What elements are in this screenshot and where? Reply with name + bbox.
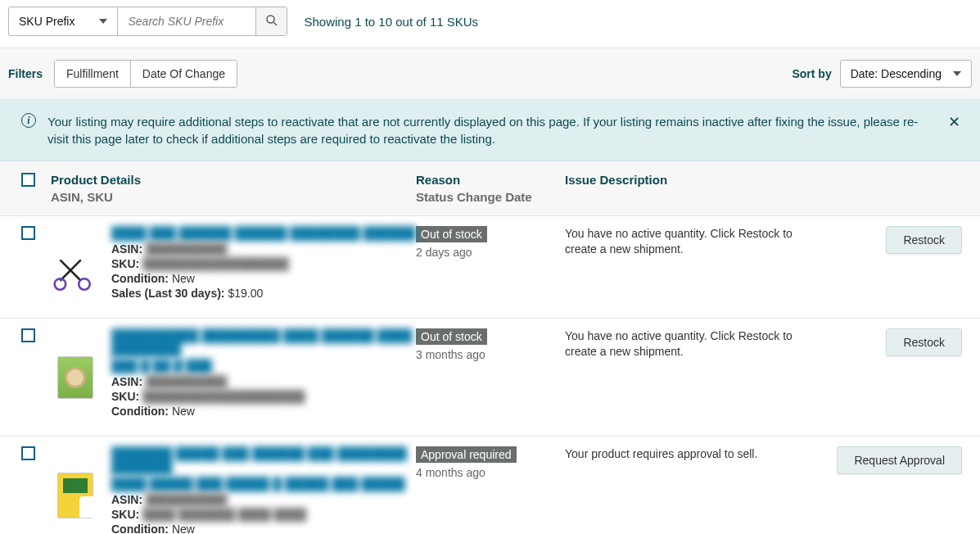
header-issue-col: Issue Description [565,173,819,187]
row-product-col: ███████ █████ ███ ██████ ███ ████████ ██… [47,446,416,534]
search-input[interactable] [118,7,255,35]
sort-dropdown[interactable]: Date: Descending [840,60,972,88]
info-banner: i Your listing may require additional st… [0,100,980,161]
row-checkbox-col [8,226,47,240]
chevron-down-icon [953,71,961,76]
product-title-link[interactable]: ███████ █████ ███ ██████ ███ ████████ ██… [111,446,416,474]
header-issue-description: Issue Description [565,173,819,187]
product-title-link[interactable]: ████ ███ ██████ ██████ ████████ ██████ [111,226,416,240]
select-all-checkbox[interactable] [21,173,35,187]
row-checkbox-col [8,328,47,342]
row-checkbox[interactable] [21,446,35,460]
sort-label: Sort by [792,67,831,80]
row-issue-col: You have no active quantity. Click Resto… [565,328,819,360]
result-count: Showing 1 to 10 out of 11 SKUs [304,15,478,29]
restock-button[interactable]: Restock [886,226,962,254]
condition-label: Condition: [111,272,169,285]
header-asin-sku: ASIN, SKU [51,190,416,204]
chevron-down-icon [99,19,107,24]
search-group: SKU Prefix [8,7,287,36]
status-badge: Out of stock [416,328,487,345]
asin-label: ASIN: [111,493,142,506]
row-checkbox-col [8,446,47,460]
header-status-change-date: Status Change Date [416,190,565,204]
header-reason: Reason [416,173,565,187]
header-reason-col: Reason Status Change Date [416,173,565,204]
search-icon [264,13,279,30]
issue-description: You have no active quantity. Click Resto… [565,226,819,257]
sort-value: Date: Descending [851,67,942,80]
row-issue-col: Your product requires approval to sell. [565,446,819,462]
header-product-col: Product Details ASIN, SKU [47,173,416,204]
table-header: Product Details ASIN, SKU Reason Status … [0,161,980,216]
row-issue-col: You have no active quantity. Click Resto… [565,226,819,257]
request-approval-button[interactable]: Request Approval [837,446,962,474]
issue-description: You have no active quantity. Click Resto… [565,328,819,360]
sku-label: SKU: [111,257,139,270]
sku-value: ████ ███████ ████ ████ [142,508,306,521]
sales-value: $19.00 [228,287,263,300]
status-date: 3 months ago [416,348,565,361]
top-bar: SKU Prefix Showing 1 to 10 out of 11 SKU… [0,0,980,48]
sku-value: ████████████████████ [142,390,305,403]
sales-label: Sales (Last 30 days): [111,287,225,300]
svg-point-3 [79,278,90,290]
header-checkbox-col [8,173,47,187]
info-banner-text: Your listing may require additional step… [47,113,933,147]
search-filter-dropdown[interactable]: SKU Prefix [9,7,118,35]
restock-button[interactable]: Restock [886,328,962,356]
info-icon: i [21,113,36,128]
status-badge: Approval required [416,446,517,463]
row-reason-col: Out of stock 3 months ago [416,328,565,361]
sku-label: SKU: [111,508,139,521]
row-action-col: Restock [819,328,972,356]
filter-button-group: Fulfillment Date Of Change [54,60,237,88]
status-date: 2 days ago [416,246,565,259]
product-thumbnail [51,251,100,300]
product-title-link[interactable]: ██████████ █████████ ████ ██████ ████ ██… [111,328,416,356]
asin-label: ASIN: [111,242,142,256]
product-thumbnail [51,471,100,520]
table-row: ████ ███ ██████ ██████ ████████ ██████ A… [0,216,980,319]
row-reason-col: Approval required 4 months ago [416,446,565,479]
svg-point-0 [267,16,274,23]
close-icon[interactable]: ✕ [945,113,964,131]
sku-value: ██████████████████ [142,257,289,270]
filter-bar: Filters Fulfillment Date Of Change Sort … [0,48,980,100]
table-row: ██████████ █████████ ████ ██████ ████ ██… [0,319,980,437]
product-title-link-line2[interactable]: ████ █████ ███ █████ █ █████ ███ █████ [111,477,416,491]
condition-value: New [172,272,195,285]
row-checkbox[interactable] [21,226,35,240]
svg-line-1 [273,22,277,25]
filter-date-of-change-button[interactable]: Date Of Change [130,61,237,87]
search-filter-label: SKU Prefix [19,15,75,28]
row-checkbox[interactable] [21,328,35,342]
asin-value: ██████████ [146,375,227,388]
row-reason-col: Out of stock 2 days ago [416,226,565,259]
issue-description: Your product requires approval to sell. [565,446,819,462]
row-action-col: Request Approval [819,446,972,474]
sort-right: Sort by Date: Descending [792,60,972,88]
row-product-col: ████ ███ ██████ ██████ ████████ ██████ A… [47,226,416,300]
filters-label: Filters [8,67,43,80]
asin-label: ASIN: [111,375,142,388]
condition-value: New [172,405,195,418]
condition-label: Condition: [111,405,169,418]
sku-label: SKU: [111,390,139,403]
header-product-details: Product Details [51,173,416,187]
search-button[interactable] [255,7,287,35]
row-action-col: Restock [819,226,972,254]
status-date: 4 months ago [416,466,565,479]
product-title-link-line2[interactable]: ███ █ ██ █ ███ [111,359,416,373]
filter-left: Filters Fulfillment Date Of Change [8,60,237,88]
row-product-col: ██████████ █████████ ████ ██████ ████ ██… [47,328,416,418]
table-row: ███████ █████ ███ ██████ ███ ████████ ██… [0,437,980,534]
asin-value: ██████████ [146,242,227,256]
filter-fulfillment-button[interactable]: Fulfillment [55,61,130,87]
status-badge: Out of stock [416,226,487,242]
condition-label: Condition: [111,523,169,534]
asin-value: ██████████ [146,493,227,506]
condition-value: New [172,523,195,534]
product-thumbnail [51,353,100,402]
